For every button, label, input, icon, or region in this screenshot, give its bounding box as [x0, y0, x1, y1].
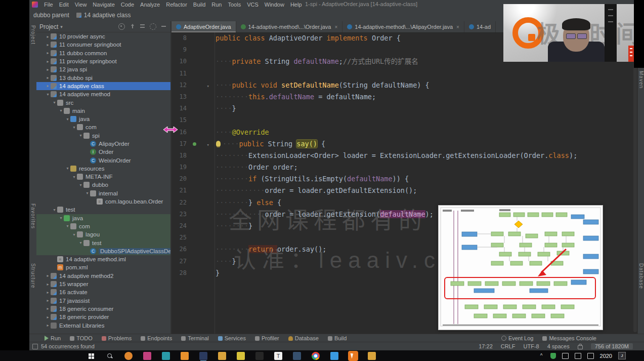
chevron-collapsed-icon[interactable]: ▸ [45, 290, 51, 295]
toolwindow-problems[interactable]: Problems [102, 335, 132, 341]
line-number[interactable]: 18 [171, 150, 187, 162]
tree-row[interactable]: ▸18 generic consumer [36, 305, 170, 313]
tree-row[interactable]: ▸13 dubbo spi [36, 73, 170, 82]
tree-row[interactable]: ▸11 dubbo common [36, 49, 170, 57]
tree-row[interactable]: ▸10 provider async [36, 32, 170, 41]
tool-stripe-project[interactable]: Project [30, 25, 36, 45]
line-number[interactable]: 10 [171, 56, 187, 67]
gear-icon[interactable] [150, 23, 156, 30]
menu-window[interactable]: Window [262, 2, 287, 8]
editor-tab[interactable]: 14-adaptive-method\...\Order.java× [236, 21, 343, 32]
menu-tools[interactable]: Tools [225, 2, 244, 8]
toolwindow-profiler[interactable]: Profiler [255, 335, 279, 341]
menu-file[interactable]: File [41, 2, 56, 8]
code-line[interactable]: 18········ExtensionLoader<Order> loader … [171, 150, 638, 162]
close-icon[interactable]: × [456, 24, 459, 30]
line-number[interactable]: 28 [171, 267, 187, 279]
memory-indicator[interactable]: 756 of 1820M [591, 343, 633, 349]
tree-row[interactable]: CDubboSPIAdaptiveClassDemo [36, 247, 170, 255]
tree-row[interactable]: ▾internal [36, 189, 170, 197]
chevron-expanded-icon[interactable]: ▾ [58, 216, 64, 220]
tree-row[interactable]: ▸External Libraries [36, 321, 170, 329]
menu-navigate[interactable]: Navigate [90, 2, 117, 8]
line-number[interactable]: 19 [171, 162, 187, 173]
editor-tab[interactable]: AdaptiveOrder.java [171, 21, 236, 32]
status-field[interactable]: CRLF [501, 343, 516, 349]
tree-row[interactable]: IOrder [36, 148, 170, 156]
tree-row[interactable]: ▾java [36, 214, 170, 222]
app-orange-circle[interactable] [124, 352, 133, 360]
tray-icon[interactable] [562, 353, 569, 359]
chevron-expanded-icon[interactable]: ▾ [71, 232, 77, 237]
chevron-collapsed-icon[interactable]: ▸ [45, 273, 51, 278]
breadcrumb-project[interactable]: dubbo parent [33, 12, 69, 19]
start-button[interactable] [87, 352, 95, 360]
line-number[interactable]: 22 [171, 197, 187, 209]
scroll-to-source-icon[interactable] [130, 23, 135, 29]
lock-icon[interactable] [578, 345, 583, 349]
toolwindow-endpoints[interactable]: Endpoints [141, 335, 172, 341]
status-field[interactable]: UTF-8 [524, 343, 539, 349]
tree-row[interactable]: ▸17 javassist [36, 297, 170, 305]
tree-row[interactable]: ▾com [36, 123, 170, 131]
status-field[interactable]: 17:22 [479, 343, 493, 349]
chevron-collapsed-icon[interactable]: ▸ [45, 323, 51, 328]
line-number[interactable]: 24 [171, 220, 187, 232]
line-number[interactable]: 26 [171, 244, 187, 255]
tree-row[interactable]: ▾resources [36, 165, 170, 173]
tree-row[interactable]: ▾spi [36, 132, 170, 140]
toolwindow-event-log[interactable]: Event Log [501, 335, 534, 341]
menu-build[interactable]: Build [190, 2, 208, 8]
line-number[interactable]: 12 [171, 79, 187, 91]
line-number[interactable]: 9 [171, 44, 187, 56]
chevron-collapsed-icon[interactable]: ▸ [45, 298, 51, 303]
tree-row[interactable]: ▾src [36, 98, 170, 106]
tree-row[interactable]: ▸14 adaptive class [36, 82, 170, 90]
menu-help[interactable]: Help [287, 2, 305, 8]
chevron-collapsed-icon[interactable]: ▸ [45, 306, 51, 311]
tree-row[interactable]: ▸16 activate [36, 288, 170, 296]
toolwindow-run[interactable]: Run [45, 335, 61, 341]
screen-pen-tool[interactable] [349, 352, 357, 360]
app-dark[interactable] [255, 352, 264, 360]
taskbar-clock[interactable]: 2020 [600, 353, 612, 359]
tool-stripe-maven[interactable]: Maven [638, 71, 644, 89]
chevron-expanded-icon[interactable]: ▾ [58, 108, 64, 113]
input-method-icon[interactable]: J [618, 352, 626, 359]
menu-vcs[interactable]: VCS [244, 2, 262, 8]
editor-tab[interactable]: 14-adaptive-method\...\AlipayOrder.java× [342, 21, 464, 32]
tree-row[interactable]: ▾14 adaptive method [36, 90, 170, 98]
tree-row[interactable]: ▸18 generic provider [36, 313, 170, 321]
app-pink[interactable] [143, 352, 151, 360]
tree-row[interactable]: ▸11 consumer springboot [36, 41, 170, 49]
app-blue-dark[interactable] [293, 352, 301, 360]
status-field[interactable]: 4 spaces [547, 343, 570, 349]
toolwindow-todo[interactable]: TODO [70, 335, 93, 341]
tool-stripe-favorites[interactable]: Favorites [30, 204, 36, 229]
chevron-expanded-icon[interactable]: ▾ [65, 166, 70, 171]
code-line[interactable]: 16····@Override [171, 127, 638, 138]
tree-row[interactable]: ≡14 adaptive method.iml [36, 255, 170, 263]
locate-icon[interactable] [118, 23, 125, 30]
chevron-collapsed-icon[interactable]: ▸ [45, 75, 51, 80]
chevron-collapsed-icon[interactable]: ▸ [45, 43, 51, 47]
tree-row[interactable]: mpom.xml [36, 263, 170, 271]
menu-analyze[interactable]: Analyze [137, 2, 163, 8]
line-number[interactable]: 21 [171, 185, 187, 196]
chevron-collapsed-icon[interactable]: ▸ [45, 67, 51, 72]
chevron-expanded-icon[interactable]: ▾ [84, 191, 90, 195]
tree-row[interactable]: ▾test [36, 238, 170, 247]
chevron-expanded-icon[interactable]: ▾ [71, 175, 77, 179]
app-folder[interactable] [218, 352, 226, 360]
security-shield-icon[interactable] [550, 353, 556, 359]
run-gutter-icon[interactable] [193, 142, 196, 146]
toolwindow-terminal[interactable]: Terminal [181, 335, 209, 341]
line-number[interactable]: 23 [171, 209, 187, 220]
editor-scrollbar[interactable] [633, 32, 637, 332]
tree-row[interactable]: ▾lagou [36, 230, 170, 238]
chevron-collapsed-icon[interactable]: ▸ [45, 84, 51, 88]
hide-panel-icon[interactable] [161, 23, 166, 29]
chevron-expanded-icon[interactable]: ▾ [65, 117, 70, 122]
chevron-expanded-icon[interactable]: ▾ [78, 240, 83, 245]
tree-row[interactable]: ▸15 wrapper [36, 280, 170, 288]
